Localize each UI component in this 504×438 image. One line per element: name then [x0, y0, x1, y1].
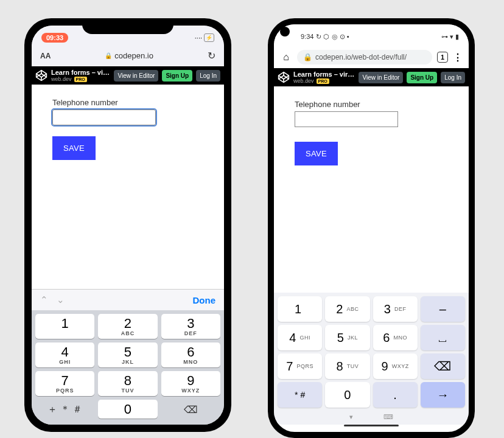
- view-in-editor-button[interactable]: View in Editor: [359, 72, 403, 83]
- save-button[interactable]: SAVE: [295, 142, 338, 165]
- gesture-bar: [274, 425, 469, 432]
- pen-title-block: Learn forms – virt… web.dev PRO: [51, 69, 110, 82]
- key-2[interactable]: 2ABC: [98, 314, 157, 339]
- backspace-key[interactable]: ⌫: [421, 353, 465, 379]
- key-symbols[interactable]: ＋ ＊ ＃: [35, 400, 94, 419]
- url-text: codepen.io: [114, 51, 153, 60]
- login-button[interactable]: Log In: [441, 72, 465, 83]
- camera-hole: [280, 27, 290, 36]
- key-6[interactable]: 6MNO: [373, 325, 418, 350]
- key-4[interactable]: 4GHI: [278, 325, 322, 350]
- keyboard-switch-icon[interactable]: ⌨: [383, 413, 393, 421]
- address-bar[interactable]: 🔒 codepen.io/web-dot-dev/full/: [297, 50, 432, 64]
- key-9[interactable]: 9WXYZ: [161, 371, 220, 396]
- page-content: Telephone number SAVE: [274, 86, 469, 293]
- key-3[interactable]: 3DEF: [161, 314, 220, 339]
- status-right: ⊶ ▾ ▮: [441, 33, 459, 41]
- android-frame: 9:34 ↻ ⬡ ◎ ⊙ • ⊶ ▾ ▮ ⌂ 🔒 codepen.io/web-…: [268, 18, 475, 438]
- key-0[interactable]: 0: [325, 382, 369, 408]
- key-6[interactable]: 6MNO: [161, 342, 220, 367]
- codepen-logo-icon: [278, 71, 290, 83]
- text-size-button[interactable]: AA: [40, 52, 51, 60]
- key-0[interactable]: 0: [98, 400, 157, 419]
- status-icons: ↻ ⬡ ◎ ⊙ •: [316, 33, 349, 41]
- view-in-editor-button[interactable]: View in Editor: [114, 70, 158, 82]
- nav-pill: [344, 425, 399, 426]
- address-bar[interactable]: 🔒 codepen.io: [105, 51, 153, 60]
- status-bar: 9:34 ↻ ⬡ ◎ ⊙ • ⊶ ▾ ▮: [274, 24, 469, 46]
- reload-button[interactable]: ↻: [208, 50, 215, 61]
- key-star-hash[interactable]: * #: [278, 382, 322, 408]
- pen-author: web.dev PRO: [51, 76, 110, 82]
- android-screen: 9:34 ↻ ⬡ ◎ ⊙ • ⊶ ▾ ▮ ⌂ 🔒 codepen.io/web-…: [274, 24, 469, 432]
- status-left: 9:34 ↻ ⬡ ◎ ⊙ •: [301, 33, 349, 41]
- login-button[interactable]: Log In: [196, 70, 220, 82]
- tel-label: Telephone number: [295, 100, 448, 109]
- backspace-key[interactable]: ⌫: [161, 400, 220, 419]
- chrome-toolbar: ⌂ 🔒 codepen.io/web-dot-dev/full/ 1 ⋮: [274, 46, 469, 68]
- lock-icon: 🔒: [303, 53, 312, 61]
- status-right: ···· ⚡: [195, 33, 214, 42]
- iphone-frame: 09:33 ···· ⚡ AA 🔒 codepen.io ↻ Learn for…: [24, 18, 231, 432]
- next-field-icon[interactable]: ⌄: [57, 294, 65, 305]
- home-icon[interactable]: ⌂: [280, 52, 292, 63]
- battery-icon: ⚡: [204, 33, 214, 42]
- pen-title-block: Learn forms – virt… web.dev PRO: [293, 71, 355, 84]
- telephone-input[interactable]: [52, 109, 156, 125]
- tel-label: Telephone number: [52, 98, 203, 107]
- pro-badge: PRO: [74, 77, 87, 82]
- prev-field-icon[interactable]: ⌃: [40, 294, 48, 305]
- codepen-header: Learn forms – virt… web.dev PRO View in …: [32, 66, 224, 85]
- pro-badge: PRO: [317, 78, 329, 84]
- keyboard-footer: ▾ ⌨: [278, 411, 465, 422]
- key-9[interactable]: 9WXYZ: [373, 353, 418, 379]
- telephone-input[interactable]: [295, 111, 398, 127]
- key-7[interactable]: 7PQRS: [278, 353, 322, 379]
- key-8[interactable]: 8TUV: [98, 371, 157, 396]
- key-7[interactable]: 7PQRS: [35, 371, 94, 396]
- key-dash[interactable]: –: [421, 296, 465, 322]
- keyboard-accessory: ⌃ ⌄ Done: [32, 289, 224, 310]
- key-8[interactable]: 8TUV: [325, 353, 369, 379]
- pen-title: Learn forms – virt…: [293, 71, 355, 78]
- page-content: Telephone number SAVE: [32, 85, 224, 289]
- tab-switcher[interactable]: 1: [437, 52, 448, 63]
- ios-screen: 09:33 ···· ⚡ AA 🔒 codepen.io ↻ Learn for…: [32, 26, 224, 425]
- signup-button[interactable]: Sign Up: [407, 72, 437, 83]
- key-dot[interactable]: .: [373, 382, 418, 408]
- done-button[interactable]: Done: [193, 295, 216, 305]
- key-5[interactable]: 5JKL: [325, 325, 369, 350]
- key-3[interactable]: 3DEF: [373, 296, 418, 322]
- key-1[interactable]: 1: [278, 296, 322, 322]
- pen-author: web.dev PRO: [293, 78, 355, 84]
- signal-dots: ····: [195, 34, 202, 41]
- key-space[interactable]: ⎵: [421, 325, 465, 350]
- save-button[interactable]: SAVE: [52, 136, 96, 160]
- status-time: 09:33: [41, 33, 68, 43]
- url-text: codepen.io/web-dot-dev/full/: [315, 53, 407, 61]
- signup-button[interactable]: Sign Up: [162, 70, 192, 82]
- field-nav: ⌃ ⌄: [40, 294, 65, 305]
- codepen-logo-icon: [35, 69, 47, 82]
- go-key[interactable]: →: [421, 382, 465, 408]
- safari-toolbar: AA 🔒 codepen.io ↻: [32, 47, 224, 66]
- key-1[interactable]: 1: [35, 314, 94, 339]
- codepen-header: Learn forms – virt… web.dev PRO View in …: [274, 68, 469, 86]
- android-keypad: 1 2ABC 3DEF – 4GHI 5JKL 6MNO ⎵ 7PQRS 8TU…: [274, 293, 469, 425]
- pen-title: Learn forms – virt…: [51, 69, 110, 76]
- lock-icon: 🔒: [105, 52, 112, 59]
- menu-icon[interactable]: ⋮: [453, 52, 463, 63]
- key-2[interactable]: 2ABC: [325, 296, 369, 322]
- ios-keypad: 1 2ABC 3DEF 4GHI 5JKL 6MNO 7PQRS 8TUV 9W…: [32, 310, 224, 425]
- status-time: 9:34: [301, 33, 313, 40]
- key-5[interactable]: 5JKL: [98, 342, 157, 367]
- collapse-keyboard-icon[interactable]: ▾: [349, 413, 353, 421]
- key-4[interactable]: 4GHI: [35, 342, 94, 367]
- notch: [82, 18, 173, 34]
